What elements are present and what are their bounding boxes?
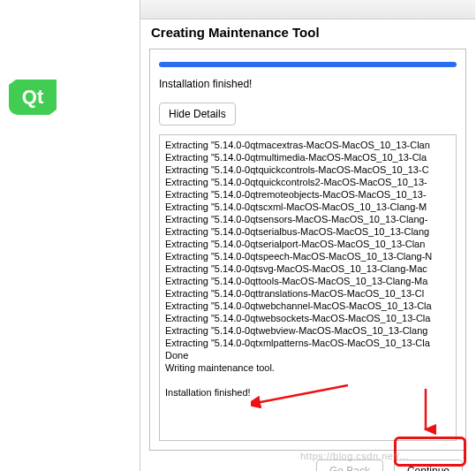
progress-bar — [159, 62, 457, 67]
page-title: Creating Maintenance Tool — [140, 19, 475, 47]
qt-logo-text: Qt — [22, 86, 43, 109]
hide-details-button[interactable]: Hide Details — [159, 103, 236, 125]
window-titlebar — [140, 0, 475, 19]
content-frame: Installation finished! Hide Details Extr… — [149, 49, 466, 451]
installer-dialog: Creating Maintenance Tool Installation f… — [140, 0, 475, 471]
log-output[interactable]: Extracting "5.14.0-0qtmacextras-MacOS-Ma… — [159, 134, 457, 441]
watermark: https://blog.csdn.net/... — [300, 451, 409, 461]
qt-logo: Qt — [9, 80, 57, 115]
status-text: Installation finished! — [159, 78, 457, 90]
